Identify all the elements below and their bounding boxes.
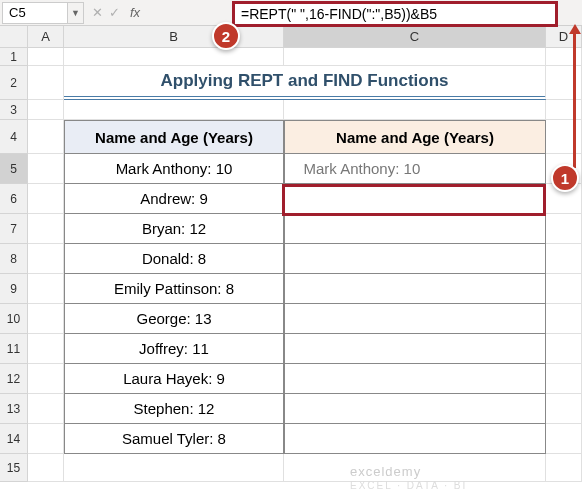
cell-a9[interactable] — [28, 274, 64, 304]
cell-a4[interactable] — [28, 120, 64, 154]
row-header-11[interactable]: 11 — [0, 334, 28, 364]
cell-b9[interactable]: Emily Pattinson: 8 — [64, 274, 284, 304]
cell-a2[interactable] — [28, 66, 64, 100]
cell-a1[interactable] — [28, 48, 64, 66]
callout-1-label: 1 — [561, 170, 569, 187]
cell-b12[interactable]: Laura Hayek: 9 — [64, 364, 284, 394]
cell-a15[interactable] — [28, 454, 64, 482]
row-header-9[interactable]: 9 — [0, 274, 28, 304]
cell-a8[interactable] — [28, 244, 64, 274]
cell-d10[interactable] — [546, 304, 582, 334]
cell-d12[interactable] — [546, 364, 582, 394]
cell-b6[interactable]: Andrew: 9 — [64, 184, 284, 214]
formula-bar[interactable]: =REPT(" ",16-FIND(":",B5))&B5 — [232, 1, 558, 27]
callout-2: 2 — [212, 22, 240, 50]
cell-b1[interactable] — [64, 48, 284, 66]
cell-c1[interactable] — [284, 48, 546, 66]
title-cell[interactable]: Applying REPT and FIND Functions — [64, 66, 546, 100]
row-header-6[interactable]: 6 — [0, 184, 28, 214]
cell-b5[interactable]: Mark Anthony: 10 — [64, 154, 284, 184]
row-header-4[interactable]: 4 — [0, 120, 28, 154]
cell-d4[interactable] — [546, 120, 582, 154]
cell-c8[interactable] — [284, 244, 546, 274]
row-header-13[interactable]: 13 — [0, 394, 28, 424]
cell-b14[interactable]: Samuel Tyler: 8 — [64, 424, 284, 454]
cell-c5[interactable]: Mark Anthony: 10 — [284, 154, 546, 184]
cell-a13[interactable] — [28, 394, 64, 424]
cell-d2[interactable] — [546, 66, 582, 100]
cell-d14[interactable] — [546, 424, 582, 454]
cell-a5[interactable] — [28, 154, 64, 184]
table-header-c[interactable]: Name and Age (Years) — [284, 120, 546, 154]
cell-a3[interactable] — [28, 100, 64, 120]
arrow-line — [573, 28, 576, 168]
row-header-7[interactable]: 7 — [0, 214, 28, 244]
callout-2-label: 2 — [222, 28, 230, 45]
callout-1: 1 — [551, 164, 579, 192]
cell-d15[interactable] — [546, 454, 582, 482]
name-box-value: C5 — [9, 5, 26, 20]
table-header-b[interactable]: Name and Age (Years) — [64, 120, 284, 154]
cell-b10[interactable]: George: 13 — [64, 304, 284, 334]
formula-bar-buttons: ✕ ✓ fx — [92, 5, 140, 20]
row-header-1[interactable]: 1 — [0, 48, 28, 66]
cell-a10[interactable] — [28, 304, 64, 334]
cell-d8[interactable] — [546, 244, 582, 274]
cell-c6[interactable] — [284, 184, 546, 214]
cell-c14[interactable] — [284, 424, 546, 454]
cell-c13[interactable] — [284, 394, 546, 424]
cell-d13[interactable] — [546, 394, 582, 424]
cancel-icon[interactable]: ✕ — [92, 5, 103, 20]
cell-a6[interactable] — [28, 184, 64, 214]
row-header-10[interactable]: 10 — [0, 304, 28, 334]
row-header-5[interactable]: 5 — [0, 154, 28, 184]
row-header-2[interactable]: 2 — [0, 66, 28, 100]
name-box[interactable]: C5 — [2, 2, 68, 24]
worksheet-grid[interactable]: A B C D 1 2 Applying REPT and FIND Funct… — [0, 26, 582, 482]
cell-c10[interactable] — [284, 304, 546, 334]
row-header-8[interactable]: 8 — [0, 244, 28, 274]
formula-bar-text: =REPT(" ",16-FIND(":",B5))&B5 — [241, 6, 437, 22]
name-box-dropdown[interactable]: ▼ — [68, 2, 84, 24]
chevron-down-icon: ▼ — [71, 8, 80, 18]
cell-d11[interactable] — [546, 334, 582, 364]
cell-a11[interactable] — [28, 334, 64, 364]
cell-b7[interactable]: Bryan: 12 — [64, 214, 284, 244]
cell-b15[interactable] — [64, 454, 284, 482]
cell-d1[interactable] — [546, 48, 582, 66]
watermark-sub: EXCEL · DATA · BI — [350, 480, 467, 491]
cell-b8[interactable]: Donald: 8 — [64, 244, 284, 274]
cell-d9[interactable] — [546, 274, 582, 304]
cell-c11[interactable] — [284, 334, 546, 364]
formula-bar-row: C5 ▼ ✕ ✓ fx =REPT(" ",16-FIND(":",B5))&B… — [0, 0, 582, 26]
cell-b11[interactable]: Joffrey: 11 — [64, 334, 284, 364]
col-header-b[interactable]: B — [64, 26, 284, 48]
cell-a7[interactable] — [28, 214, 64, 244]
row-header-14[interactable]: 14 — [0, 424, 28, 454]
cell-c3[interactable] — [284, 100, 546, 120]
row-header-15[interactable]: 15 — [0, 454, 28, 482]
fx-icon[interactable]: fx — [130, 5, 140, 20]
col-header-c[interactable]: C — [284, 26, 546, 48]
cell-b13[interactable]: Stephen: 12 — [64, 394, 284, 424]
col-header-a[interactable]: A — [28, 26, 64, 48]
page-title: Applying REPT and FIND Functions — [160, 71, 448, 91]
row-header-12[interactable]: 12 — [0, 364, 28, 394]
cell-c12[interactable] — [284, 364, 546, 394]
select-all-corner[interactable] — [0, 26, 28, 48]
cell-d7[interactable] — [546, 214, 582, 244]
cell-b3[interactable] — [64, 100, 284, 120]
cell-d3[interactable] — [546, 100, 582, 120]
cell-c9[interactable] — [284, 274, 546, 304]
cell-a12[interactable] — [28, 364, 64, 394]
arrow-head-icon — [569, 24, 581, 34]
cell-c7[interactable] — [284, 214, 546, 244]
cell-a14[interactable] — [28, 424, 64, 454]
watermark: exceldemy — [350, 464, 421, 479]
row-header-3[interactable]: 3 — [0, 100, 28, 120]
enter-icon[interactable]: ✓ — [109, 5, 120, 20]
